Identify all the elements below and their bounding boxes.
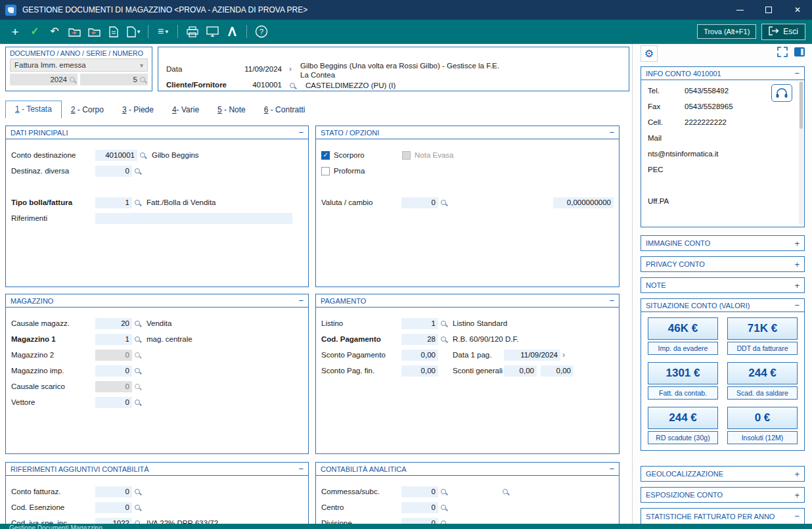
- email-value[interactable]: nts@ntsinformatica.it: [648, 150, 719, 158]
- kpi-card[interactable]: 244 € RD scadute (30g): [648, 407, 718, 444]
- centro-field[interactable]: 0: [401, 502, 438, 513]
- tab-testata[interactable]: 1 - Testata: [5, 101, 62, 118]
- export-folder-icon[interactable]: [85, 23, 102, 40]
- conto-fatturaz-field[interactable]: 0: [95, 486, 132, 497]
- kpi-label[interactable]: Scad. da saldare: [727, 386, 798, 400]
- search-icon[interactable]: [140, 77, 145, 82]
- kpi-label[interactable]: Fatt. da contab.: [648, 386, 718, 400]
- date-next-icon[interactable]: ›: [562, 350, 565, 359]
- help-icon[interactable]: ?: [253, 23, 270, 40]
- tab-varie[interactable]: 4- Varie: [163, 102, 208, 118]
- kpi-card[interactable]: 1301 € Fatt. da contab.: [648, 362, 718, 400]
- import-folder-icon[interactable]: [66, 23, 83, 40]
- scorporo-checkbox[interactable]: [321, 151, 330, 160]
- kpi-card[interactable]: 46K € Imp. da evadere: [648, 317, 718, 355]
- document-icon[interactable]: [105, 23, 122, 40]
- search-icon[interactable]: [135, 400, 140, 405]
- conto-destinazione-field[interactable]: 4010001: [95, 150, 137, 161]
- search-icon[interactable]: [441, 505, 446, 510]
- tab-corpo[interactable]: 2 - Corpo: [62, 102, 113, 118]
- search-icon[interactable]: [135, 505, 140, 510]
- collapse-icon[interactable]: −: [609, 465, 614, 473]
- valuta-field[interactable]: 0: [401, 197, 438, 208]
- minimize-button[interactable]: [725, 0, 754, 20]
- close-button[interactable]: ✕: [783, 0, 812, 20]
- search-icon[interactable]: [135, 336, 140, 342]
- call-headset-button[interactable]: [771, 84, 792, 102]
- search-icon[interactable]: [140, 152, 145, 158]
- commessa-field[interactable]: 0: [401, 486, 438, 497]
- kpi-card[interactable]: 244 € Scad. da saldare: [727, 362, 798, 400]
- tab-contratti[interactable]: 6 - Contratti: [255, 102, 315, 118]
- expand-panel-icon[interactable]: [777, 46, 788, 60]
- date-next-icon[interactable]: ›: [289, 64, 292, 74]
- anno-field[interactable]: 2024: [10, 74, 78, 85]
- sconto-pagamento-field[interactable]: 0,00: [401, 350, 438, 361]
- search-icon[interactable]: [290, 83, 295, 88]
- tipo-bolla-field[interactable]: 1: [95, 197, 132, 208]
- scrollbar[interactable]: [799, 81, 803, 225]
- search-icon[interactable]: [135, 168, 140, 173]
- expand-icon[interactable]: +: [794, 470, 800, 478]
- search-icon[interactable]: [135, 368, 140, 373]
- search-icon[interactable]: [135, 321, 140, 326]
- cambio-field[interactable]: 0,000000000: [553, 197, 614, 208]
- tab-note[interactable]: 5 - Note: [208, 102, 255, 118]
- collapse-icon[interactable]: −: [609, 296, 614, 305]
- confirm-icon[interactable]: ✓: [26, 23, 43, 40]
- search-icon[interactable]: [441, 200, 446, 205]
- cod-iva-field[interactable]: 1022: [95, 518, 132, 524]
- sconti-generali-2-field[interactable]: 0,00: [541, 365, 574, 377]
- search-icon[interactable]: [135, 489, 140, 494]
- undo-icon[interactable]: ↶: [46, 23, 63, 40]
- search-icon[interactable]: [441, 336, 446, 342]
- search-icon[interactable]: [135, 200, 140, 205]
- numero-field[interactable]: 5: [80, 74, 148, 85]
- destinaz-diversa-field[interactable]: 0: [95, 166, 132, 177]
- riferimenti-field[interactable]: [95, 213, 292, 224]
- cod-esenzione-field[interactable]: 0: [95, 502, 132, 513]
- collapse-icon[interactable]: −: [794, 512, 800, 520]
- tipo-documento-dropdown[interactable]: Fattura Imm. emessa ▾: [10, 58, 148, 72]
- cod-pagamento-field[interactable]: 28: [401, 334, 438, 345]
- causale-magazz-field[interactable]: 20: [95, 318, 132, 329]
- data-value[interactable]: 11/09/2024: [237, 65, 282, 73]
- print-icon[interactable]: [184, 23, 201, 40]
- kpi-label[interactable]: Imp. da evadere: [648, 342, 718, 355]
- tab-piede[interactable]: 3 - Piede: [113, 102, 163, 118]
- search-icon[interactable]: [441, 321, 446, 326]
- expand-icon[interactable]: +: [794, 491, 800, 499]
- magazzino-imp-field[interactable]: 0: [95, 365, 132, 377]
- search-icon[interactable]: [70, 77, 75, 82]
- kpi-label[interactable]: RD scadute (30g): [648, 431, 718, 444]
- list-menu-icon[interactable]: ≡ ▾: [154, 23, 171, 40]
- search-icon[interactable]: [441, 489, 446, 494]
- vettore-field[interactable]: 0: [95, 397, 132, 408]
- kpi-card[interactable]: 71K € DDT da fatturare: [727, 317, 798, 355]
- magazzino1-field[interactable]: 1: [95, 334, 132, 345]
- add-icon[interactable]: +: [7, 23, 24, 40]
- settings-gear-button[interactable]: ⚙: [641, 45, 658, 62]
- sconti-generali-1-field[interactable]: 0,00: [504, 365, 537, 377]
- collapse-icon[interactable]: −: [794, 301, 800, 310]
- kpi-label[interactable]: DDT da fatturare: [727, 342, 798, 355]
- expand-icon[interactable]: +: [794, 281, 800, 290]
- subcommessa-field[interactable]: [463, 486, 500, 497]
- trova-button[interactable]: Trova (Alt+F1): [697, 24, 756, 39]
- cliente-code[interactable]: 4010001: [237, 81, 282, 89]
- collapse-icon[interactable]: −: [609, 128, 614, 137]
- proforma-checkbox[interactable]: [321, 167, 330, 175]
- esci-button[interactable]: Esci: [761, 24, 805, 40]
- kpi-card[interactable]: 0 € Insoluti (12M): [727, 407, 798, 444]
- collapse-icon[interactable]: −: [794, 69, 800, 78]
- sconto-pag-fin-field[interactable]: 0,00: [401, 365, 438, 377]
- kpi-label[interactable]: Insoluti (12M): [727, 431, 798, 444]
- data-1-pag-field[interactable]: 11/09/2024: [504, 350, 560, 361]
- maximize-button[interactable]: [754, 0, 783, 20]
- dock-panel-icon[interactable]: [794, 46, 805, 60]
- collapse-icon[interactable]: −: [298, 465, 304, 473]
- expand-icon[interactable]: +: [794, 239, 800, 248]
- divisione-field[interactable]: 0: [401, 518, 438, 524]
- expand-icon[interactable]: +: [794, 260, 800, 269]
- search-icon[interactable]: [503, 489, 508, 494]
